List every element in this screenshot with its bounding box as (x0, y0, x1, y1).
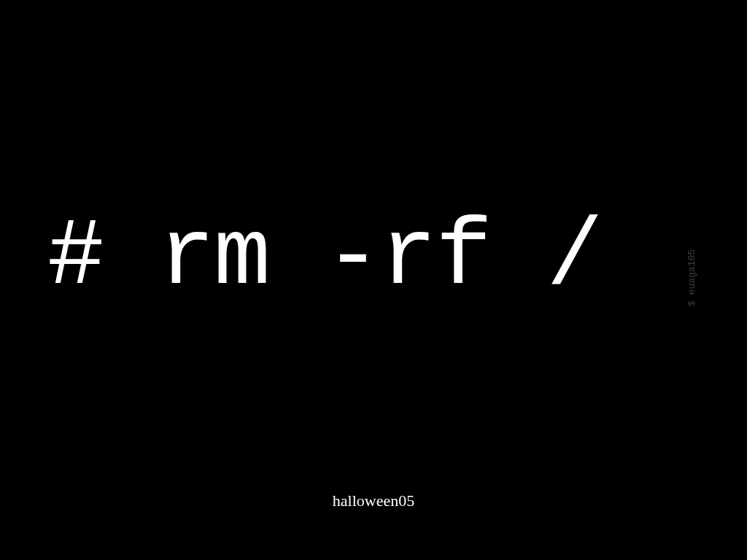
shell-command-text: # rm -rf / (47, 204, 602, 311)
side-watermark: $ euaga105 (686, 249, 697, 306)
image-caption: halloween05 (0, 491, 747, 510)
